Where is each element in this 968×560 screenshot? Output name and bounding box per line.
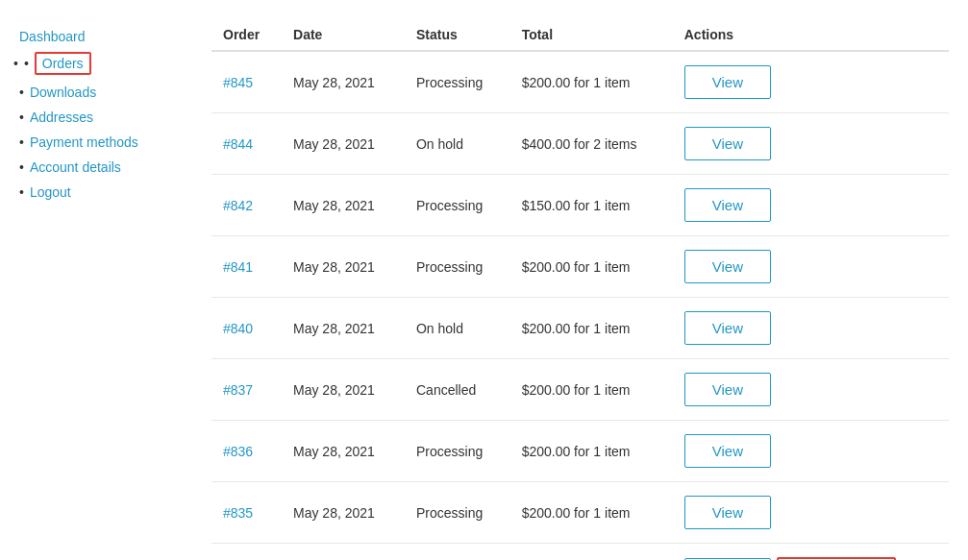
order-date: May 28, 2021 (282, 113, 405, 175)
table-row: #835May 28, 2021Processing$200.00 for 1 … (211, 482, 949, 544)
view-button[interactable]: View (684, 311, 771, 345)
order-number: #834 (211, 544, 282, 561)
order-actions: View (673, 51, 949, 113)
table-row: #834May 21, 2021Completed$350.00 for 2 i… (211, 544, 949, 561)
table-row: #836May 28, 2021Processing$200.00 for 1 … (211, 421, 949, 482)
table-row: #844May 28, 2021On hold$400.00 for 2 ite… (211, 113, 949, 175)
order-date: May 21, 2021 (282, 544, 405, 561)
order-link[interactable]: #842 (223, 198, 253, 213)
sidebar-item-orders[interactable]: Orders (42, 56, 84, 71)
sidebar-item-addresses[interactable]: Addresses (30, 110, 93, 125)
order-status: Processing (405, 51, 510, 113)
order-date: May 28, 2021 (282, 51, 405, 113)
table-row: #845May 28, 2021Processing$200.00 for 1 … (211, 51, 949, 113)
sidebar-item-payment-methods[interactable]: Payment methods (30, 134, 138, 150)
view-button[interactable]: View (684, 65, 771, 99)
table-row: #841May 28, 2021Processing$200.00 for 1 … (211, 236, 949, 298)
order-total: $200.00 for 1 item (510, 298, 673, 359)
col-header-status: Status (405, 19, 510, 51)
order-status: Processing (405, 421, 510, 482)
view-button[interactable]: View (684, 496, 771, 529)
order-number: #837 (211, 359, 282, 421)
order-status: Processing (405, 175, 510, 236)
table-row: #837May 28, 2021Cancelled$200.00 for 1 i… (211, 359, 949, 421)
order-number: #836 (211, 421, 282, 482)
order-actions: ViewOrder Again (673, 544, 949, 561)
sidebar-item-account-details[interactable]: Account details (30, 159, 121, 175)
order-date: May 28, 2021 (282, 421, 405, 482)
order-status: Cancelled (405, 359, 510, 421)
order-link[interactable]: #845 (223, 75, 253, 90)
order-status: Processing (405, 482, 510, 544)
order-date: May 28, 2021 (282, 482, 405, 544)
order-link[interactable]: #835 (223, 505, 253, 521)
order-total: $200.00 for 1 item (510, 236, 673, 298)
order-link[interactable]: #836 (223, 444, 253, 459)
order-date: May 28, 2021 (282, 359, 405, 421)
order-number: #844 (211, 113, 282, 175)
order-status: Processing (405, 236, 510, 298)
order-actions: View (673, 236, 949, 298)
view-button[interactable]: View (684, 434, 771, 468)
sidebar-item-dashboard[interactable]: Dashboard (19, 29, 192, 44)
order-date: May 28, 2021 (282, 175, 405, 236)
order-number: #840 (211, 298, 282, 359)
table-row: #840May 28, 2021On hold$200.00 for 1 ite… (211, 298, 949, 359)
orders-table: Order Date Status Total Actions #845May … (211, 19, 949, 560)
order-link[interactable]: #840 (223, 321, 253, 336)
order-actions: View (673, 359, 949, 421)
table-row: #842May 28, 2021Processing$150.00 for 1 … (211, 175, 949, 236)
order-link[interactable]: #844 (223, 136, 253, 152)
order-total: $350.00 for 2 items (510, 544, 673, 561)
col-header-date: Date (282, 19, 405, 51)
order-status: Completed (405, 544, 510, 561)
sidebar-item-logout[interactable]: Logout (30, 184, 71, 200)
col-header-total: Total (510, 19, 673, 51)
col-header-order: Order (211, 19, 282, 51)
col-header-actions: Actions (673, 19, 949, 51)
order-number: #835 (211, 482, 282, 544)
sidebar-item-downloads[interactable]: Downloads (30, 85, 96, 100)
order-link[interactable]: #837 (223, 382, 253, 398)
order-actions: View (673, 482, 949, 544)
view-button[interactable]: View (684, 127, 771, 160)
order-date: May 28, 2021 (282, 298, 405, 359)
order-status: On hold (405, 298, 510, 359)
order-total: $200.00 for 1 item (510, 421, 673, 482)
order-total: $200.00 for 1 item (510, 359, 673, 421)
order-date: May 28, 2021 (282, 236, 405, 298)
view-button[interactable]: View (684, 188, 771, 222)
order-total: $200.00 for 1 item (510, 51, 673, 113)
order-total: $150.00 for 1 item (510, 175, 673, 236)
order-actions: View (673, 113, 949, 175)
order-link[interactable]: #841 (223, 259, 253, 275)
order-number: #842 (211, 175, 282, 236)
order-total: $200.00 for 1 item (510, 482, 673, 544)
order-number: #841 (211, 236, 282, 298)
order-total: $400.00 for 2 items (510, 113, 673, 175)
view-button[interactable]: View (684, 373, 771, 406)
order-actions: View (673, 298, 949, 359)
order-actions: View (673, 421, 949, 482)
order-number: #845 (211, 51, 282, 113)
sidebar: Dashboard • Orders Downloads Addresses P… (19, 19, 211, 560)
orders-main: Order Date Status Total Actions #845May … (211, 19, 949, 560)
order-actions: View (673, 175, 949, 236)
view-button[interactable]: View (684, 250, 771, 283)
order-status: On hold (405, 113, 510, 175)
